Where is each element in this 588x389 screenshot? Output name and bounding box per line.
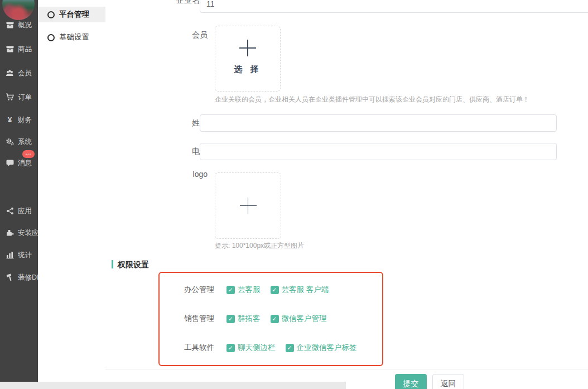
checkbox-checked-icon[interactable] <box>226 344 235 352</box>
logo-hint: 提示: 100*100px或正方型图片 <box>215 241 304 251</box>
sidebar-item-label: 订单 <box>18 93 32 102</box>
permission-group-label: 销售管理 <box>184 314 214 324</box>
sidebar-item-label: 财务 <box>18 116 32 125</box>
footer-divider <box>105 369 588 369</box>
member-picker-text: 选 择 <box>234 64 261 75</box>
messages-badge[interactable]: ... <box>22 150 35 158</box>
section-accent-bar <box>112 260 113 268</box>
checkbox-checked-icon[interactable] <box>226 286 235 294</box>
logo-label: logo <box>107 170 208 178</box>
permissions-section-title: 权限设置 <box>118 260 149 270</box>
bottom-edge-strip <box>0 382 346 389</box>
checkbox-checked-icon[interactable] <box>271 315 279 323</box>
sidebar-item-label: 应用 <box>18 206 32 216</box>
finance-icon: ¥ <box>6 116 14 124</box>
permission-option[interactable]: 企业微信客户标签 <box>286 343 357 353</box>
dashboard-icon <box>6 21 14 29</box>
phone-label: 电话 <box>107 147 208 155</box>
sidebar-item-orders[interactable]: 订单 <box>6 93 32 102</box>
secondary-nav: 平台管理 基础设置 <box>38 0 105 382</box>
checkbox-checked-icon[interactable] <box>286 344 294 352</box>
admin-screen: 概况 商品 会员 订单 ¥ 财务 <box>0 0 588 389</box>
sidebar-item-goods[interactable]: 商品 <box>6 45 32 54</box>
radio-circle-icon <box>47 34 55 41</box>
logo-upload-box[interactable] <box>215 172 281 239</box>
apps-icon <box>6 207 14 215</box>
goods-icon <box>6 45 14 53</box>
sidebar-item-label: 会员 <box>18 69 32 78</box>
plus-icon <box>239 40 256 56</box>
phone-input[interactable] <box>200 143 557 160</box>
orders-icon <box>6 93 14 101</box>
diy-icon <box>6 273 14 281</box>
members-icon <box>6 69 14 77</box>
subnav-item-basic-settings[interactable]: 基础设置 <box>38 30 105 45</box>
sidebar-item-system[interactable]: 系统 <box>6 137 32 146</box>
sidebar-item-messages[interactable]: 消息 <box>6 159 32 167</box>
radio-circle-icon <box>47 11 55 18</box>
member-hint: 企业关联的会员，企业相关人员在企业类插件管理中可以搜索该企业会员对应的门店、供应… <box>215 95 529 104</box>
sidebar-item-stats[interactable]: 统计 <box>6 251 32 260</box>
permission-group-tools: 工具软件 聊天侧边栏 企业微信客户标签 <box>184 342 357 353</box>
company-name-input[interactable] <box>200 0 588 13</box>
main-sidebar: 概况 商品 会员 订单 ¥ 财务 <box>0 0 38 382</box>
member-picker-box[interactable]: 选 择 <box>215 26 281 92</box>
permission-option[interactable]: 芸客服 <box>226 285 261 295</box>
install-apps-icon <box>6 229 14 237</box>
subnav-item-platform-management[interactable]: 平台管理 <box>38 7 105 22</box>
sidebar-item-finance[interactable]: ¥ 财务 <box>6 116 32 124</box>
company-name-label: 企业名称 <box>107 0 208 4</box>
avatar[interactable] <box>2 0 35 20</box>
permission-group-label: 工具软件 <box>184 343 214 353</box>
permission-option[interactable]: 芸客服 客户端 <box>271 285 329 295</box>
back-button[interactable]: 返回 <box>432 374 464 389</box>
sidebar-item-members[interactable]: 会员 <box>6 69 32 78</box>
permission-group-sales: 销售管理 群拓客 微信客户管理 <box>184 313 327 324</box>
name-input[interactable] <box>200 114 557 132</box>
name-label: 姓名 <box>107 119 208 127</box>
message-icon <box>6 159 14 167</box>
system-icon <box>6 138 14 146</box>
subnav-item-label: 基础设置 <box>59 32 89 42</box>
stats-icon <box>6 251 14 259</box>
member-label: 会员 <box>107 31 208 39</box>
sidebar-item-label: 统计 <box>18 251 32 260</box>
sidebar-item-overview[interactable]: 概况 <box>6 21 32 30</box>
checkbox-checked-icon[interactable] <box>271 286 279 294</box>
submit-button[interactable]: 提交 <box>395 374 427 389</box>
checkbox-checked-icon[interactable] <box>226 315 235 323</box>
sidebar-item-label: 消息 <box>18 159 32 168</box>
permission-option[interactable]: 聊天侧边栏 <box>226 343 276 353</box>
sidebar-item-label: 商品 <box>18 45 32 54</box>
sidebar-item-label: 概况 <box>18 21 32 30</box>
sidebar-item-apps[interactable]: 应用 <box>6 206 32 215</box>
permission-group-office: 办公管理 芸客服 芸客服 客户端 <box>184 284 329 295</box>
subnav-item-label: 平台管理 <box>59 9 89 20</box>
plus-icon <box>240 198 257 214</box>
sidebar-item-label: 系统 <box>18 137 32 147</box>
permission-group-label: 办公管理 <box>184 285 214 295</box>
permission-option[interactable]: 群拓客 <box>226 314 261 324</box>
permission-option[interactable]: 微信客户管理 <box>271 314 327 324</box>
form-panel: 企业名称 会员 选 择 企业关联的会员，企业相关人员在企业类插件管理中可以搜索该… <box>105 0 588 389</box>
